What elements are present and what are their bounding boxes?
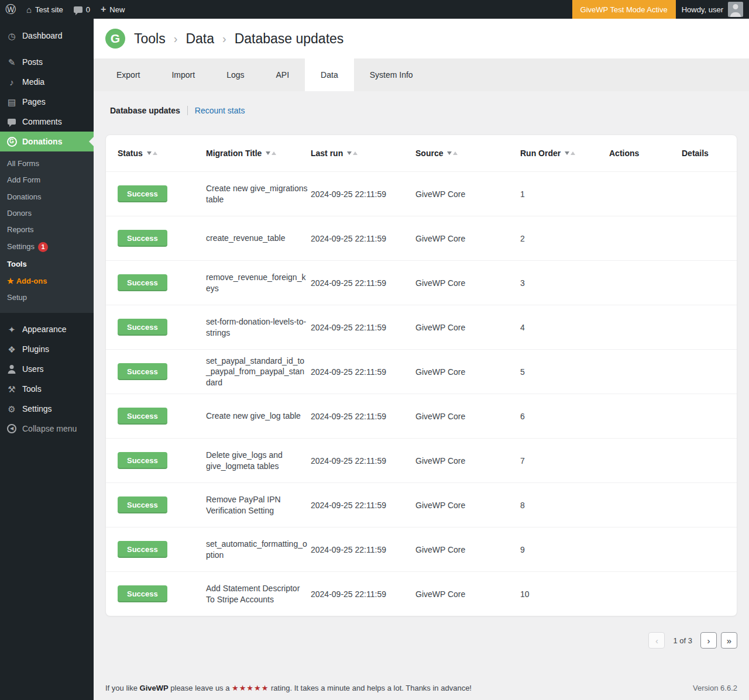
run-order: 6 (520, 412, 609, 421)
status-cell: Success (118, 230, 206, 247)
last-run: 2024-09-25 22:11:59 (311, 545, 415, 554)
tab-logs[interactable]: Logs (211, 58, 260, 91)
breadcrumb-current: Database updates (235, 31, 344, 47)
status-badge: Success (118, 585, 167, 602)
column-header-details: Details (682, 149, 725, 158)
howdy-label: Howdy, user (682, 5, 723, 14)
tab-export[interactable]: Export (101, 58, 156, 91)
sidebar-item-plugins[interactable]: ❖ Plugins (0, 339, 94, 359)
rating-message: If you like GiveWP please leave us a ★★★… (105, 684, 472, 692)
sidebar-subitem-add-form[interactable]: Add Form (0, 172, 94, 188)
sidebar-subitem-donations[interactable]: Donations (0, 189, 94, 205)
run-order: 10 (520, 589, 609, 599)
sidebar-subitem-settings[interactable]: Settings1 (0, 238, 94, 256)
status-badge: Success (118, 363, 167, 380)
sidebar-item-comments[interactable]: Comments (0, 112, 94, 132)
users-icon (6, 365, 18, 374)
run-order: 7 (520, 456, 609, 465)
version-label: Version 6.6.2 (693, 684, 737, 692)
status-cell: Success (118, 541, 206, 558)
sidebar-subitem-donors[interactable]: Donors (0, 205, 94, 222)
column-header-source[interactable]: Source (415, 149, 520, 158)
source: GiveWP Core (415, 545, 520, 554)
status-badge: Success (118, 185, 167, 202)
sidebar-item-tools[interactable]: ⚒ Tools (0, 379, 94, 399)
tab-import[interactable]: Import (156, 58, 211, 91)
sidebar-subitem-addons[interactable]: ★Add-ons (0, 273, 94, 289)
tab-strip: Export Import Logs API Data System Info (94, 58, 749, 91)
column-header-last-run[interactable]: Last run (311, 149, 415, 158)
status-cell: Success (118, 585, 206, 602)
migration-title: Create new give_migrations table (206, 183, 311, 204)
sidebar-item-pages[interactable]: ▤ Pages (0, 92, 94, 112)
status-badge: Success (118, 408, 167, 425)
breadcrumb-tools[interactable]: Tools (134, 31, 166, 47)
breadcrumb-data[interactable]: Data (185, 31, 214, 47)
admin-footer: If you like GiveWP please leave us a ★★★… (94, 666, 749, 700)
wordpress-menu[interactable]: Ⓦ (0, 0, 21, 19)
test-mode-badge[interactable]: GiveWP Test Mode Active (572, 0, 676, 19)
collapse-menu-button[interactable]: ◀ Collapse menu (0, 419, 94, 439)
source: GiveWP Core (415, 589, 520, 599)
column-header-run-order[interactable]: Run Order (520, 149, 609, 158)
status-cell: Success (118, 185, 206, 202)
last-run: 2024-09-25 22:11:59 (311, 189, 415, 199)
sort-icon (147, 151, 157, 155)
status-badge: Success (118, 274, 167, 291)
column-header-status[interactable]: Status (118, 149, 206, 158)
sidebar-item-donations[interactable]: G Donations (0, 132, 94, 151)
site-name: Test site (35, 5, 63, 14)
sidebar-item-settings[interactable]: ⚙ Settings (0, 399, 94, 419)
comments-icon (6, 119, 18, 125)
run-order: 8 (520, 501, 609, 510)
next-page-button[interactable]: › (700, 632, 717, 649)
sidebar-item-users[interactable]: Users (0, 359, 94, 379)
rating-stars-link[interactable]: ★★★★★ (232, 684, 269, 692)
divider (187, 106, 188, 115)
tab-data[interactable]: Data (305, 58, 354, 91)
migration-title: Remove PayPal IPN Verification Setting (206, 494, 311, 515)
sidebar-item-media[interactable]: ♪ Media (0, 72, 94, 92)
last-page-button[interactable]: » (721, 632, 737, 649)
comments-indicator[interactable]: 0 (68, 0, 95, 19)
column-header-actions: Actions (609, 149, 682, 158)
account-menu[interactable]: Howdy, user (676, 0, 749, 19)
status-cell: Success (118, 319, 206, 336)
source: GiveWP Core (415, 278, 520, 288)
run-order: 2 (520, 234, 609, 243)
media-icon: ♪ (6, 78, 18, 87)
site-home-link[interactable]: ⌂ Test site (21, 0, 68, 19)
status-badge: Success (118, 230, 167, 247)
last-run: 2024-09-25 22:11:59 (311, 278, 415, 288)
database-updates-view-link[interactable]: Database updates (110, 106, 180, 115)
dashboard-icon: ◷ (6, 32, 18, 40)
new-content-button[interactable]: + New (95, 0, 130, 19)
source: GiveWP Core (415, 412, 520, 421)
sidebar-subitem-reports[interactable]: Reports (0, 222, 94, 238)
recount-stats-link[interactable]: Recount stats (195, 106, 245, 115)
wordpress-logo-icon: Ⓦ (5, 4, 16, 15)
sidebar-subitem-tools[interactable]: Tools (0, 256, 94, 273)
status-cell: Success (118, 363, 206, 380)
admin-bar: Ⓦ ⌂ Test site 0 + New GiveWP Test Mode A… (0, 0, 749, 19)
table-row: Success set-form-donation-levels-to-stri… (106, 305, 737, 349)
table-row: Success set_paypal_standard_id_to_paypal… (106, 349, 737, 394)
tab-system-info[interactable]: System Info (354, 58, 429, 91)
column-header-migration-title[interactable]: Migration Title (206, 149, 311, 158)
migration-title: set_paypal_standard_id_to_paypal_from_pa… (206, 356, 311, 388)
sidebar-item-dashboard[interactable]: ◷ Dashboard (0, 26, 94, 46)
posts-icon: ✎ (6, 58, 18, 67)
table-row: Success set_automatic_formatting_option … (106, 527, 737, 571)
migration-title: set-form-donation-levels-to-strings (206, 316, 311, 337)
sidebar-item-posts[interactable]: ✎ Posts (0, 52, 94, 72)
brand-name: GiveWP (140, 684, 169, 692)
breadcrumb: Tools › Data › Database updates (134, 31, 343, 47)
sidebar-subitem-setup[interactable]: Setup (0, 289, 94, 306)
source: GiveWP Core (415, 456, 520, 465)
tab-api[interactable]: API (260, 58, 305, 91)
status-cell: Success (118, 452, 206, 469)
sidebar-subitem-all-forms[interactable]: All Forms (0, 156, 94, 172)
plus-icon: + (101, 4, 106, 15)
avatar (728, 2, 743, 17)
sidebar-item-appearance[interactable]: ✦ Appearance (0, 319, 94, 339)
